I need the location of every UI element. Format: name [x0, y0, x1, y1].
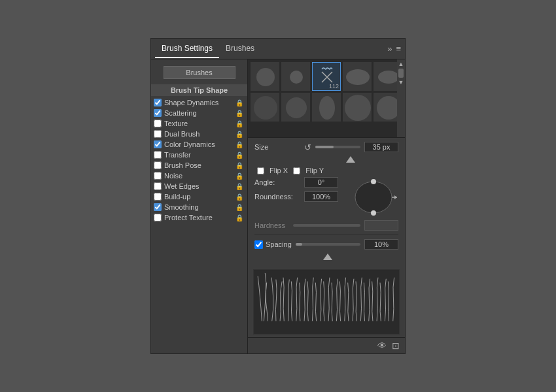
- scroll-thumb[interactable]: [398, 69, 404, 78]
- flip-row: Flip X Flip Y: [257, 167, 398, 174]
- sidebar-item-smoothing: Smoothing 🔒: [151, 202, 247, 212]
- svg-point-6: [319, 96, 335, 120]
- lock-icon-7: 🔒: [235, 172, 243, 180]
- visibility-icon[interactable]: 👁: [377, 340, 387, 351]
- lock-icon-1: 🔒: [235, 110, 243, 117]
- spacing-row: Spacing: [254, 239, 398, 250]
- lock-icon-9: 🔒: [235, 193, 243, 201]
- dual-brush-label[interactable]: Dual Brush: [164, 130, 233, 138]
- angle-roundness-inputs: Angle: Roundness:: [254, 177, 343, 202]
- forward-icon[interactable]: »: [387, 44, 392, 54]
- svg-point-1: [290, 71, 303, 84]
- angle-diagram[interactable]: [351, 177, 398, 218]
- flip-y-label: Flip Y: [305, 167, 324, 174]
- hardness-row: Hardness: [254, 220, 398, 231]
- brush-thumb-9[interactable]: [343, 93, 372, 122]
- flip-x-label: Flip X: [269, 167, 288, 174]
- size-slider[interactable]: [315, 146, 360, 148]
- size-row: Size ↺: [254, 142, 398, 152]
- wet-edges-label[interactable]: Wet Edges: [164, 182, 233, 190]
- brushes-button[interactable]: Brushes: [164, 66, 235, 79]
- new-brush-icon[interactable]: ⊡: [392, 340, 400, 351]
- spacing-input[interactable]: [364, 239, 398, 250]
- sidebar-item-wet-edges: Wet Edges 🔒: [151, 181, 247, 191]
- brush-tip-shape-label[interactable]: Brush Tip Shape: [151, 84, 247, 96]
- brush-thumb-4[interactable]: [343, 62, 372, 91]
- svg-point-7: [345, 95, 371, 121]
- smoothing-checkbox[interactable]: [154, 203, 162, 211]
- tab-brushes[interactable]: Brushes: [219, 40, 261, 58]
- scattering-label[interactable]: Scattering: [164, 109, 233, 117]
- color-dynamics-label[interactable]: Color Dynamics: [164, 140, 233, 148]
- smoothing-label[interactable]: Smoothing: [164, 203, 233, 211]
- build-up-checkbox[interactable]: [154, 193, 162, 201]
- roundness-row: Roundness:: [254, 191, 343, 202]
- tab-brush-settings[interactable]: Brush Settings: [155, 40, 219, 58]
- scattering-checkbox[interactable]: [154, 109, 162, 117]
- angle-label: Angle:: [254, 178, 300, 186]
- brush-thumb-number: 112: [329, 83, 339, 90]
- dual-brush-checkbox[interactable]: [154, 130, 162, 138]
- brush-pose-label[interactable]: Brush Pose: [164, 161, 233, 169]
- flip-y-checkbox[interactable]: [293, 167, 300, 174]
- transfer-checkbox[interactable]: [154, 151, 162, 159]
- hardness-slider[interactable]: [293, 224, 360, 227]
- lock-icon-3: 🔒: [235, 131, 243, 138]
- noise-checkbox[interactable]: [154, 172, 162, 180]
- svg-point-10: [371, 179, 376, 184]
- wet-edges-checkbox[interactable]: [154, 182, 162, 190]
- lock-icon-0: 🔒: [235, 99, 243, 106]
- lock-icon-2: 🔒: [235, 120, 243, 127]
- reset-icon[interactable]: ↺: [304, 142, 311, 152]
- sidebar-item-texture: Texture 🔒: [151, 118, 247, 129]
- panel-footer: 👁 ⊡: [248, 337, 405, 353]
- roundness-input[interactable]: [304, 191, 338, 202]
- shape-dynamics-label[interactable]: Shape Dynamics: [164, 99, 233, 106]
- sidebar-item-build-up: Build-up 🔒: [151, 191, 247, 202]
- brush-thumbnail-grid: 112: [248, 59, 405, 124]
- texture-label[interactable]: Texture: [164, 120, 233, 127]
- brush-thumb-1[interactable]: [251, 62, 279, 91]
- menu-icon[interactable]: ≡: [396, 44, 401, 54]
- brush-thumb-8[interactable]: [312, 93, 341, 122]
- scroll-down[interactable]: ▼: [397, 78, 405, 87]
- svg-point-11: [371, 210, 376, 216]
- lock-icon-5: 🔒: [235, 152, 243, 159]
- lock-icon-6: 🔒: [235, 162, 243, 169]
- protect-texture-label[interactable]: Protect Texture: [164, 214, 233, 221]
- spacing-checkbox[interactable]: [254, 240, 263, 249]
- scroll-up[interactable]: ▲: [397, 59, 405, 69]
- lock-icon-10: 🔒: [235, 204, 243, 211]
- svg-point-0: [256, 68, 275, 86]
- build-up-label[interactable]: Build-up: [164, 193, 233, 201]
- brush-thumb-7[interactable]: [281, 93, 310, 122]
- hardness-label: Hardness: [254, 221, 285, 229]
- controls-area: Size ↺ Flip X Flip Y: [248, 138, 405, 265]
- svg-point-3: [378, 71, 399, 84]
- noise-label[interactable]: Noise: [164, 172, 233, 180]
- sidebar-item-brush-pose: Brush Pose 🔒: [151, 160, 247, 171]
- color-dynamics-checkbox[interactable]: [154, 140, 162, 148]
- panel-header: Brush Settings Brushes » ≡: [151, 39, 405, 59]
- spacing-check: Spacing: [254, 240, 292, 249]
- spacing-label: Spacing: [266, 240, 292, 248]
- brush-thumb-3[interactable]: 112: [312, 62, 341, 91]
- brush-pose-checkbox[interactable]: [154, 161, 162, 169]
- brush-thumb-6[interactable]: [251, 93, 279, 122]
- spacing-slider[interactable]: [296, 243, 360, 246]
- preview-scrollbar: ▲ ▼: [397, 59, 405, 137]
- sidebar-item-dual-brush: Dual Brush 🔒: [151, 129, 247, 139]
- size-value-input[interactable]: [364, 142, 398, 152]
- shape-dynamics-checkbox[interactable]: [154, 99, 162, 106]
- hardness-input[interactable]: [364, 220, 398, 231]
- sidebar-item-shape-dynamics: Shape Dynamics 🔒: [151, 97, 247, 108]
- transfer-label[interactable]: Transfer: [164, 151, 233, 159]
- flip-x-checkbox[interactable]: [257, 167, 264, 174]
- angle-input[interactable]: [304, 177, 338, 188]
- protect-texture-checkbox[interactable]: [154, 214, 162, 221]
- brush-thumb-2[interactable]: [281, 62, 310, 91]
- texture-checkbox[interactable]: [154, 120, 162, 127]
- content-area: 112: [248, 59, 405, 353]
- brush-settings-panel: Brush Settings Brushes » ≡ Brushes Brush…: [150, 38, 406, 354]
- size-triangle: [303, 155, 398, 164]
